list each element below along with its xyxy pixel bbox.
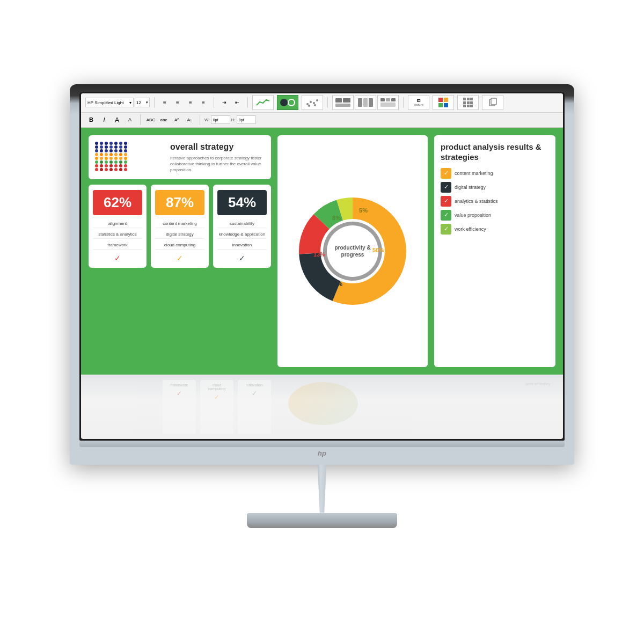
dot <box>119 145 122 149</box>
align-right-btn[interactable]: ≡ <box>185 97 196 108</box>
layout-btn-3[interactable] <box>377 95 399 110</box>
monitor-body: HP Simplified Light ▾ 12 ▾ ≡ ≡ ≡ ≡ <box>70 84 574 465</box>
width-input[interactable]: 0pt <box>211 115 230 124</box>
grid-btn[interactable] <box>457 95 479 110</box>
reflection-card-3: innovation ✓ <box>238 380 271 434</box>
dot <box>105 149 108 152</box>
abc-lower-btn[interactable]: abc <box>158 114 170 125</box>
layout-icon-1 <box>335 98 351 107</box>
stat-item-statistics: statistics & analytics <box>93 230 142 239</box>
svg-rect-33 <box>491 98 496 105</box>
font-name-selector[interactable]: HP Simplified Light ▾ <box>85 98 134 107</box>
dot <box>119 157 122 160</box>
dot <box>114 145 118 149</box>
svg-point-7 <box>308 105 310 107</box>
dot-row <box>95 153 165 156</box>
layout-btn-2[interactable] <box>355 95 376 110</box>
legend-ref-work-efficiency: work efficiency <box>525 382 550 386</box>
dot <box>95 145 98 149</box>
reflection-card-2: cloud computing ✓ <box>200 380 233 434</box>
stat-item-framework: framework <box>93 241 142 250</box>
dot <box>124 149 127 152</box>
dot <box>95 153 98 156</box>
color-grid-btn[interactable] <box>433 95 454 110</box>
font-dropdown-arrow[interactable]: ▾ <box>129 100 131 105</box>
abc-upper-btn[interactable]: ABC <box>145 114 157 125</box>
left-panel: overall strategy Iterative approaches to… <box>89 135 271 367</box>
font-a-small-btn[interactable]: A <box>124 114 136 125</box>
dot-row <box>95 149 165 152</box>
layout-btn-1[interactable] <box>332 95 354 110</box>
line-chart-btn[interactable] <box>252 95 274 110</box>
dot <box>109 160 113 164</box>
reflection-check-2: ✓ <box>214 393 219 401</box>
svg-rect-26 <box>463 101 466 104</box>
dot <box>105 164 108 167</box>
italic-btn[interactable]: I <box>98 114 110 125</box>
monitor-chin <box>79 441 565 447</box>
dot <box>109 157 113 160</box>
dot <box>119 149 122 152</box>
dot <box>119 168 122 171</box>
dot <box>114 157 118 160</box>
picture-btn[interactable]: 🖼 picture <box>408 95 429 110</box>
subscript-btn[interactable]: A₂ <box>184 114 195 125</box>
dot <box>119 164 122 167</box>
dot <box>124 164 127 167</box>
color-grid-icon <box>438 98 448 107</box>
dot <box>95 142 98 145</box>
height-input[interactable]: 0pt <box>237 115 256 124</box>
font-size-selector[interactable]: 12 ▾ <box>135 98 150 107</box>
donut-center-text: productivity & progress <box>331 244 374 258</box>
height-value: 0pt <box>239 118 244 122</box>
label-18: 18% <box>331 281 342 287</box>
reflection-right: work efficiency <box>277 380 555 434</box>
reflection-item-cloud: cloud computing <box>203 383 230 391</box>
stat-item-alignment: alignment <box>93 219 142 228</box>
dot-row <box>95 157 165 160</box>
align-center-btn[interactable]: ≡ <box>172 97 184 108</box>
indent-btn[interactable]: ⇥ <box>218 97 230 108</box>
svg-rect-20 <box>444 98 448 102</box>
dot <box>114 164 118 167</box>
align-justify-btn[interactable]: ≡ <box>197 97 209 108</box>
reflection-check-3: ✓ <box>252 390 257 397</box>
outdent-btn[interactable]: ⇤ <box>231 97 243 108</box>
dot <box>109 142 113 145</box>
toggle-btn[interactable] <box>277 95 298 110</box>
superscript-btn[interactable]: A² <box>171 114 182 125</box>
dot <box>95 168 98 171</box>
dot <box>105 153 108 156</box>
donut-container: 56% 18% 13% 8% 5% productivity & progres… <box>294 192 412 310</box>
monitor-wrapper: HP Simplified Light ▾ 12 ▾ ≡ ≡ ≡ ≡ <box>70 84 574 528</box>
svg-rect-22 <box>444 103 448 107</box>
stand-neck <box>314 465 330 513</box>
svg-point-5 <box>313 102 315 104</box>
dot <box>109 145 113 149</box>
bold-btn[interactable]: B <box>85 114 97 125</box>
separator-1 <box>154 97 155 108</box>
svg-rect-12 <box>358 98 362 107</box>
svg-rect-25 <box>470 98 473 100</box>
align-left-btn[interactable]: ≡ <box>159 97 171 108</box>
alignment-group: ≡ ≡ ≡ ≡ <box>159 97 209 108</box>
separator-2 <box>214 97 214 108</box>
legend-item-content-marketing: ✓ content marketing <box>441 168 549 179</box>
legend-label-work-efficiency: work efficiency <box>455 226 486 232</box>
stat-percent-54: 54% <box>217 190 267 215</box>
scatter-chart-btn[interactable] <box>302 95 323 110</box>
dot <box>105 157 108 160</box>
strategy-card: overall strategy Iterative approaches to… <box>89 135 271 180</box>
stat-percent-62: 62% <box>93 190 142 215</box>
copy-icon <box>488 98 497 107</box>
label-8: 8% <box>332 215 341 221</box>
stat-item-digital-strategy: digital strategy <box>155 230 204 239</box>
copy-btn[interactable] <box>482 95 503 110</box>
legend-icon-lightgreen: ✓ <box>441 224 451 235</box>
content-area: overall strategy Iterative approaches to… <box>81 128 563 375</box>
dot <box>105 145 108 149</box>
font-a-btn[interactable]: A <box>111 114 123 125</box>
dot-row <box>95 145 165 149</box>
svg-rect-10 <box>343 98 350 103</box>
line-chart-icon <box>255 98 270 107</box>
